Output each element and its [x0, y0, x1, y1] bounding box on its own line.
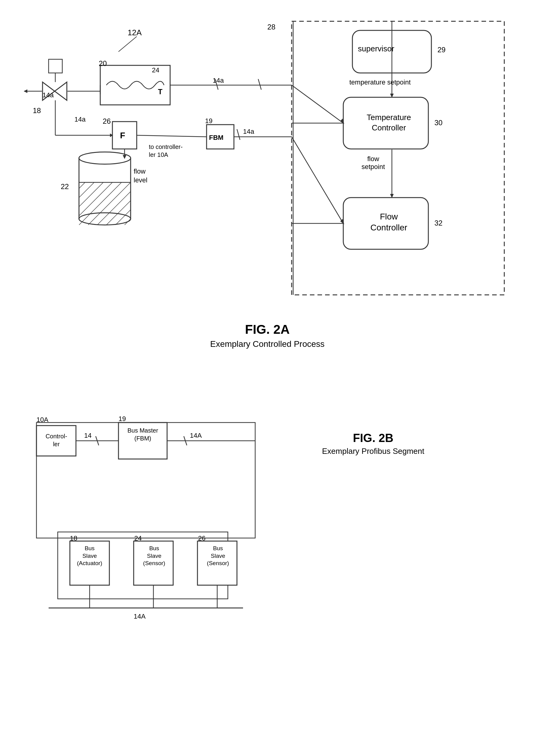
svg-marker-27 [55, 82, 67, 100]
label-24: 24 [152, 66, 159, 74]
label-14a-1: 14a [43, 91, 54, 99]
svg-line-54 [237, 129, 240, 140]
label-flow-setpoint: flowsetpoint [361, 155, 385, 171]
label-10a: 10A [36, 416, 48, 424]
svg-point-12 [79, 213, 131, 225]
label-20: 20 [99, 59, 107, 68]
label-12a: 12A [128, 28, 142, 37]
label-to-controller: to controller-ler 10A [149, 143, 183, 159]
label-32: 32 [434, 219, 443, 227]
svg-text:F: F [120, 131, 125, 140]
label-bus-master: Bus Master(FBM) [122, 426, 164, 442]
fig2b-caption: FIG. 2B Exemplary Profibus Segment [322, 432, 424, 456]
fig2a-title: FIG. 2A [18, 322, 516, 337]
svg-line-42 [137, 135, 207, 137]
label-flow-level: flowlevel [134, 167, 147, 185]
label-18-2b: 18 [70, 534, 77, 542]
page: T F FBM [0, 0, 545, 756]
label-22: 22 [61, 182, 69, 191]
label-18: 18 [33, 106, 41, 115]
fig2b-subtitle: Exemplary Profibus Segment [322, 447, 424, 456]
label-bus-slave-actuator: BusSlave(Actuator) [71, 545, 108, 567]
svg-rect-28 [49, 59, 62, 73]
svg-rect-4 [100, 65, 170, 105]
label-supervisor: supervisor [358, 44, 394, 54]
fig2b-diagram: 10A Control-ler 19 Bus Master(FBM) 14 14… [18, 395, 519, 730]
label-controller: Control-ler [39, 432, 74, 448]
fig2a-caption: FIG. 2A Exemplary Controlled Process [18, 322, 516, 349]
label-14a-2b: 14A [190, 432, 202, 440]
label-28: 28 [267, 23, 275, 31]
label-bus-slave-sensor2: BusSlave(Sensor) [201, 545, 236, 567]
label-temp-setpoint: temperature setpoint [349, 78, 411, 86]
label-19: 19 [205, 117, 212, 125]
label-26-2b: 26 [198, 534, 205, 542]
label-24-2b: 24 [134, 534, 142, 542]
label-19-2b: 19 [119, 415, 126, 423]
svg-line-44 [291, 137, 343, 223]
label-bus-slave-sensor1: BusSlave(Sensor) [137, 545, 172, 567]
label-30: 30 [434, 119, 443, 127]
fig2a-svg: T F FBM [18, 12, 519, 347]
svg-text:FBM: FBM [209, 134, 224, 141]
label-14a-4: 14a [243, 128, 254, 136]
fig2b-title: FIG. 2B [322, 432, 424, 445]
label-29: 29 [437, 46, 446, 54]
fig2a-subtitle: Exemplary Controlled Process [18, 339, 516, 349]
label-14a-3: 14a [213, 77, 224, 85]
label-14a-2: 14a [74, 116, 86, 123]
svg-line-56 [119, 36, 137, 52]
label-14a-bottom: 14A [134, 613, 146, 620]
label-temp-controller: TemperatureController [349, 112, 428, 133]
svg-line-55 [258, 79, 261, 90]
svg-line-35 [291, 85, 343, 123]
fig2a-diagram: T F FBM [18, 12, 519, 347]
label-flow-controller: FlowController [349, 211, 428, 233]
svg-point-11 [79, 152, 131, 164]
label-26: 26 [103, 117, 111, 126]
svg-rect-10 [79, 158, 131, 219]
svg-marker-31 [24, 89, 27, 93]
label-14: 14 [84, 432, 91, 440]
svg-text:T: T [158, 88, 163, 96]
